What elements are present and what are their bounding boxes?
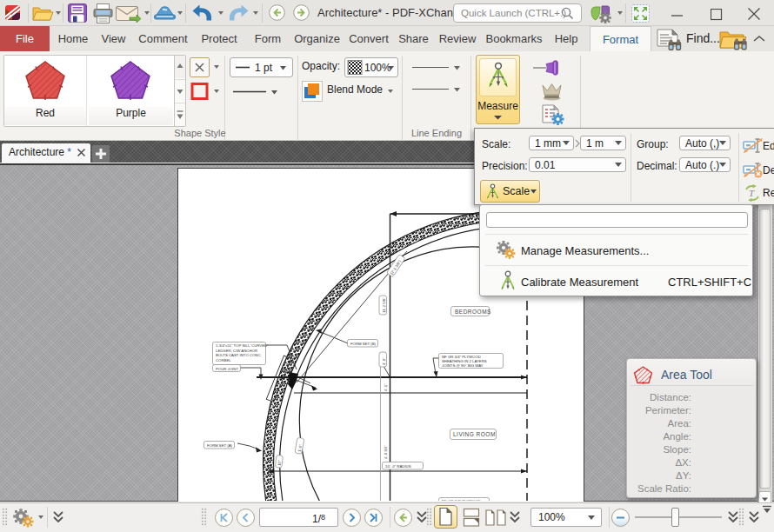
- svg-text:FORM SET (A): FORM SET (A): [207, 443, 233, 448]
- svg-text:BEDROOMS: BEDROOMS: [455, 309, 491, 315]
- svg-text:10": 10": [277, 460, 283, 466]
- svg-text:1-3/4"x11" TOP SILL 'CURVED': 1-3/4"x11" TOP SILL 'CURVED': [216, 343, 268, 348]
- svg-text:CORBEL: CORBEL: [216, 358, 231, 362]
- svg-text:4'-1": 4'-1": [384, 383, 388, 391]
- svg-text:JOINTS @ 90° BIG WAY: JOINTS @ 90° BIG WAY: [442, 363, 484, 368]
- svg-text:4'-0 3/4": 4'-0 3/4": [384, 445, 388, 459]
- svg-text:FORM SET (B): FORM SET (B): [350, 342, 377, 346]
- svg-text:NF GR 3/4" PLYWOOD: NF GR 3/4" PLYWOOD: [442, 499, 481, 501]
- svg-text:BOLTS CAST INTO CONC.: BOLTS CAST INTO CONC.: [216, 353, 262, 357]
- svg-text:11'-2 5/8": 11'-2 5/8": [382, 297, 386, 313]
- svg-text:POUR JOINT: POUR JOINT: [216, 367, 238, 371]
- svg-text:3'-0": 3'-0": [382, 357, 386, 365]
- svg-text:LEDGER, C/W ANCHOR: LEDGER, C/W ANCHOR: [216, 349, 257, 353]
- svg-text:10'- 0" RADIUS: 10'- 0" RADIUS: [385, 464, 411, 469]
- svg-text:LIVING ROOM: LIVING ROOM: [453, 431, 496, 437]
- svg-text:T: T: [749, 188, 755, 198]
- svg-text:1 pt: 1 pt: [255, 62, 273, 74]
- svg-text:100%: 100%: [364, 62, 391, 74]
